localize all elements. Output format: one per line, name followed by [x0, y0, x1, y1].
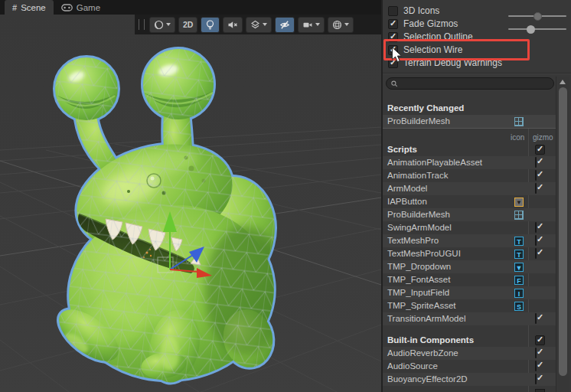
toolbar-drag-handle[interactable] [139, 19, 145, 30]
component-name: AnimationPlayableAsset [383, 156, 482, 169]
gizmo-checkbox[interactable] [535, 222, 537, 233]
fade-gizmos-checkbox[interactable] [388, 19, 398, 29]
chevron-down-icon [344, 23, 349, 26]
tab-scene[interactable]: # Scene [5, 0, 54, 15]
axis-sphere-icon [332, 20, 342, 30]
list-item[interactable]: BuoyancyEffector2D [383, 373, 556, 386]
unity-editor-window: 2D [0, 0, 571, 392]
effects-button[interactable] [246, 17, 272, 33]
list-item[interactable]: IAPButton ▼ [383, 195, 556, 208]
fade-gizmos-slider[interactable] [508, 28, 566, 30]
gizmo-checkbox[interactable] [535, 248, 537, 259]
2d-toggle-button[interactable]: 2D [178, 17, 197, 33]
camera-icon [302, 20, 313, 30]
gizmo-checkbox[interactable] [535, 348, 537, 358]
gizmos-search-field[interactable] [386, 77, 554, 90]
mouse-cursor [391, 47, 403, 63]
shading-mode-button[interactable] [149, 17, 175, 33]
list-item[interactable]: AudioReverbZone [383, 347, 556, 360]
component-icon[interactable] [514, 361, 524, 372]
scene-lighting-button[interactable] [201, 17, 220, 33]
component-icon[interactable]: ▼ [514, 262, 524, 273]
recently-changed-header: Recently Changed [387, 102, 464, 115]
gizmo-checkbox[interactable] [535, 170, 537, 181]
component-icon[interactable]: S [514, 301, 524, 312]
component-name: TMP_SpriteAsset [383, 299, 455, 312]
gizmo-checkbox[interactable] [535, 235, 537, 246]
component-name: AudioReverbZone [383, 347, 458, 360]
component-icon[interactable]: F [514, 275, 524, 286]
component-icon[interactable] [514, 223, 524, 234]
builtin-header-label: Built-in Components [387, 334, 474, 347]
component-name: IAPButton [383, 195, 427, 208]
grid-hash-icon: # [12, 3, 17, 12]
option-fade-gizmos[interactable]: Fade Gizmos [383, 18, 571, 30]
component-name: TMP_Dropdown [383, 260, 451, 273]
list-item[interactable]: TMP_SpriteAsset S [383, 299, 556, 312]
component-icon[interactable]: T [514, 249, 524, 260]
panel-scrollbar[interactable] [556, 77, 569, 392]
recently-changed-list: ProBuilderMesh [383, 115, 556, 128]
scripts-header-label: Scripts [387, 143, 417, 156]
chevron-down-icon [315, 23, 320, 26]
section-divider [383, 128, 556, 129]
component-icon[interactable] [514, 374, 524, 385]
gizmo-checkbox[interactable] [535, 374, 537, 384]
list-item[interactable]: TMP_Dropdown ▼ [383, 260, 556, 273]
tab-game[interactable]: Game [54, 0, 108, 15]
gizmo-checkbox[interactable] [535, 183, 537, 194]
scrollbar-up-arrow-icon[interactable] [560, 80, 566, 84]
view-tabbar: # Scene Game [0, 0, 381, 15]
scene-viewport[interactable]: 2D [0, 15, 381, 392]
scripts-list: AnimationPlayableAsset AnimationTrack Ar… [383, 156, 556, 325]
list-item[interactable]: ProBuilderMesh [383, 115, 556, 128]
scripts-gizmo-checkbox[interactable] [535, 145, 545, 155]
audio-mute-button[interactable] [223, 17, 243, 33]
option-3d-icons[interactable]: 3D Icons [383, 5, 571, 17]
component-name: ArmModel [383, 182, 427, 195]
gizmo-checkbox[interactable] [535, 361, 537, 371]
component-icon[interactable]: I [514, 288, 524, 299]
search-input[interactable] [400, 79, 549, 88]
component-name: BuoyancyEffector2D [383, 373, 468, 386]
3d-icons-checkbox[interactable] [388, 6, 398, 16]
list-item[interactable]: TMP_FontAsset F [383, 273, 556, 286]
list-item[interactable]: ArmModel [383, 182, 556, 195]
component-icon[interactable] [514, 210, 524, 220]
list-item[interactable]: SwingArmModel [383, 221, 556, 234]
list-item[interactable]: AnimationPlayableAsset [383, 156, 556, 169]
list-item[interactable]: TextMeshProUGUI T [383, 247, 556, 260]
component-icon[interactable] [514, 348, 524, 359]
list-item[interactable]: TextMeshPro T [383, 234, 556, 247]
option-label: Fade Gizmos [403, 18, 458, 30]
option-label: 3D Icons [403, 5, 439, 17]
gizmo-checkbox[interactable] [535, 157, 537, 168]
gizmo-checkbox[interactable] [535, 313, 537, 324]
component-icon[interactable]: T [514, 236, 524, 247]
builtin-gizmo-checkbox[interactable] [535, 335, 545, 345]
component-icon[interactable] [514, 171, 524, 181]
component-name: TMP_FontAsset [383, 273, 450, 286]
scripts-section-header: Scripts [383, 143, 556, 156]
component-name: TextMeshPro [383, 234, 439, 247]
component-icon[interactable] [514, 184, 524, 194]
gizmo-column-header: gizmo [533, 133, 553, 142]
list-item[interactable]: AudioSource [383, 360, 556, 373]
list-item[interactable]: AnimationTrack [383, 169, 556, 182]
shaded-sphere-icon [154, 20, 164, 30]
list-item[interactable]: ProBuilderMesh [383, 208, 556, 221]
component-name: TMP_InputField [383, 286, 449, 299]
camera-button[interactable] [298, 17, 325, 33]
component-icon[interactable]: ▼ [514, 197, 524, 207]
3d-icons-size-slider[interactable] [508, 15, 566, 17]
component-name: ProBuilderMesh [383, 115, 450, 128]
eye-slash-icon [279, 20, 290, 30]
gizmos-button[interactable] [328, 17, 354, 33]
scrollbar-thumb[interactable] [559, 87, 567, 376]
component-icon[interactable] [514, 116, 524, 127]
component-icon[interactable] [514, 314, 524, 325]
hidden-objects-button[interactable] [275, 17, 295, 33]
list-item[interactable]: TMP_InputField I [383, 286, 556, 299]
list-item[interactable]: TransitionArmModel [383, 312, 556, 325]
component-icon[interactable] [514, 158, 524, 168]
